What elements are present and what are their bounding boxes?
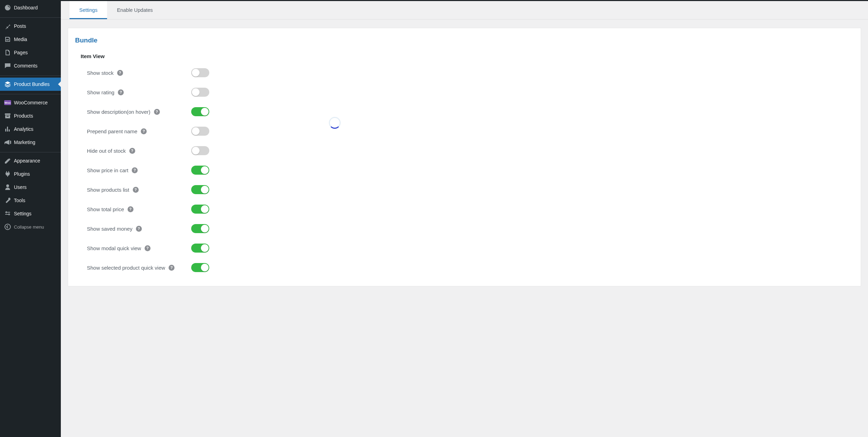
- setting-label-text: Show products list: [87, 187, 129, 193]
- sidebar-item-plugins[interactable]: Plugins: [0, 167, 61, 181]
- help-icon[interactable]: ?: [169, 265, 175, 271]
- help-icon[interactable]: ?: [117, 70, 123, 76]
- settings-panel: Bundle Item View Show stock?Show rating?…: [68, 28, 861, 286]
- toggle-knob: [192, 69, 200, 77]
- sidebar-item-label: Pages: [14, 50, 28, 55]
- sidebar-separator: [0, 151, 61, 152]
- toggle-knob: [201, 244, 209, 252]
- sidebar-item-dashboard[interactable]: Dashboard: [0, 1, 61, 14]
- toggle-knob: [201, 108, 209, 116]
- help-icon[interactable]: ?: [133, 187, 139, 193]
- setting-label-text: Show total price: [87, 206, 124, 212]
- setting-label-text: Show price in cart: [87, 167, 128, 173]
- archive-icon: [4, 112, 11, 119]
- sidebar-item-label: Comments: [14, 63, 38, 69]
- setting-label-text: Show description(on hover): [87, 109, 151, 115]
- panel-title: Bundle: [75, 37, 854, 44]
- setting-label: Show price in cart?: [87, 167, 191, 173]
- help-icon[interactable]: ?: [141, 128, 147, 134]
- setting-row-show-rating: Show rating?: [87, 88, 854, 97]
- woo-icon: Woo: [4, 99, 11, 106]
- sidebar-item-label: Product Bundles: [14, 81, 50, 87]
- sidebar-item-marketing[interactable]: Marketing: [0, 136, 61, 149]
- users-icon: [4, 184, 11, 191]
- toggle-show-total-price[interactable]: [191, 205, 209, 214]
- help-icon[interactable]: ?: [132, 167, 138, 173]
- sidebar-item-label: Tools: [14, 198, 25, 203]
- setting-label: Show modal quick view?: [87, 245, 191, 251]
- main-content: Settings Enable Updates Bundle Item View…: [61, 1, 868, 437]
- sidebar-item-appearance[interactable]: Appearance: [0, 154, 61, 167]
- setting-label: Show selected product quick view?: [87, 265, 191, 271]
- toggle-show-products-list[interactable]: [191, 185, 209, 194]
- setting-row-hide-out-of-stock: Hide out of stock?: [87, 146, 854, 155]
- sidebar-separator: [0, 16, 61, 18]
- setting-row-show-total-price: Show total price?: [87, 205, 854, 214]
- setting-label-text: Show saved money: [87, 226, 132, 232]
- tools-icon: [4, 197, 11, 204]
- sidebar-item-woocommerce[interactable]: WooWooCommerce: [0, 96, 61, 109]
- analytics-icon: [4, 126, 11, 133]
- toggle-show-selected-product-quick-view[interactable]: [191, 263, 209, 272]
- content-scroll: Bundle Item View Show stock?Show rating?…: [61, 19, 868, 437]
- tab-enable-updates[interactable]: Enable Updates: [107, 1, 162, 19]
- appearance-icon: [4, 157, 11, 164]
- settings-icon: [4, 210, 11, 217]
- sidebar-item-analytics[interactable]: Analytics: [0, 122, 61, 136]
- toggle-show-saved-money[interactable]: [191, 224, 209, 233]
- help-icon[interactable]: ?: [118, 89, 124, 95]
- toggle-show-rating[interactable]: [191, 88, 209, 97]
- tab-settings[interactable]: Settings: [70, 1, 107, 19]
- toggle-knob: [192, 127, 200, 135]
- sidebar-item-pages[interactable]: Pages: [0, 46, 61, 59]
- sidebar-item-label: Analytics: [14, 126, 33, 132]
- layers-icon: [4, 81, 11, 88]
- sidebar-item-media[interactable]: Media: [0, 33, 61, 46]
- tab-bar: Settings Enable Updates: [61, 1, 868, 19]
- sidebar-item-product-bundles[interactable]: Product Bundles: [0, 78, 61, 91]
- marketing-icon: [4, 139, 11, 146]
- toggle-prepend-parent-name[interactable]: [191, 127, 209, 136]
- sidebar-item-users[interactable]: Users: [0, 181, 61, 194]
- sidebar-item-label: WooCommerce: [14, 100, 48, 105]
- setting-label-text: Show stock: [87, 70, 114, 76]
- comment-icon: [4, 62, 11, 69]
- help-icon[interactable]: ?: [129, 148, 135, 154]
- sidebar-item-label: Plugins: [14, 171, 30, 177]
- sidebar-item-posts[interactable]: Posts: [0, 19, 61, 33]
- sidebar-item-label: Media: [14, 37, 27, 42]
- sidebar-item-settings[interactable]: Settings: [0, 207, 61, 220]
- toggle-show-stock[interactable]: [191, 68, 209, 77]
- sidebar-item-label: Marketing: [14, 140, 35, 145]
- setting-label-text: Show modal quick view: [87, 245, 141, 251]
- toggle-knob: [201, 225, 209, 232]
- setting-label: Show stock?: [87, 70, 191, 76]
- plugins-icon: [4, 170, 11, 177]
- help-icon[interactable]: ?: [136, 226, 142, 232]
- toggle-knob: [201, 264, 209, 271]
- sidebar-item-tools[interactable]: Tools: [0, 194, 61, 207]
- sidebar-item-label: Appearance: [14, 158, 40, 164]
- sidebar-item-comments[interactable]: Comments: [0, 59, 61, 72]
- setting-row-show-saved-money: Show saved money?: [87, 224, 854, 233]
- toggle-hide-out-of-stock[interactable]: [191, 146, 209, 155]
- collapse-menu-button[interactable]: Collapse menu: [0, 220, 61, 233]
- help-icon[interactable]: ?: [145, 245, 151, 251]
- toggle-show-modal-quick-view[interactable]: [191, 244, 209, 253]
- svg-point-0: [5, 224, 10, 230]
- layout: DashboardPostsMediaPagesCommentsProduct …: [0, 1, 868, 437]
- sidebar-item-label: Products: [14, 113, 33, 119]
- section-title-item-view: Item View: [81, 53, 854, 59]
- help-icon[interactable]: ?: [154, 109, 160, 115]
- setting-row-prepend-parent-name: Prepend parent name?: [87, 127, 854, 136]
- setting-row-show-modal-quick-view: Show modal quick view?: [87, 244, 854, 253]
- toggle-knob: [192, 147, 200, 154]
- toggle-knob: [201, 166, 209, 174]
- setting-label-text: Hide out of stock: [87, 148, 126, 154]
- media-icon: [4, 36, 11, 43]
- toggle-show-description-on-hover[interactable]: [191, 107, 209, 116]
- sidebar-item-products[interactable]: Products: [0, 109, 61, 122]
- toggle-knob: [201, 205, 209, 213]
- help-icon[interactable]: ?: [128, 206, 133, 212]
- toggle-show-price-in-cart[interactable]: [191, 166, 209, 175]
